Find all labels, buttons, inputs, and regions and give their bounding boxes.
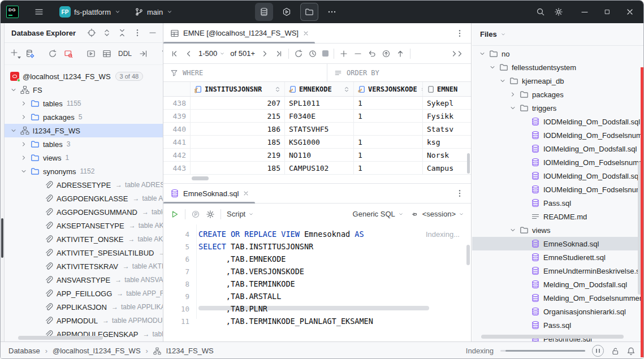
files-sql-file[interactable]: Organisasjonshierarki.sql	[472, 305, 644, 318]
row-number[interactable]: 442	[163, 149, 191, 161]
cell[interactable]: Campus	[423, 162, 471, 174]
first-page-icon[interactable]	[170, 49, 179, 58]
files-sql-file[interactable]: Melding_Om_Dodsfall.sql	[472, 278, 644, 291]
chevron-down-icon[interactable]	[508, 103, 517, 113]
chevron-right-icon[interactable]	[19, 113, 28, 122]
db-tree-synonym[interactable]: APPMODUL→table APPMODUL	[5, 314, 163, 327]
code-line[interactable]: 4CREATE OR REPLACE VIEW Emnesoknad AS	[163, 228, 471, 240]
cell[interactable]: 185	[191, 162, 285, 174]
expand-all-icon[interactable]	[102, 28, 111, 37]
cell[interactable]: Sykepl	[423, 97, 471, 109]
files-folder[interactable]: fellesstudentsystem	[472, 60, 644, 74]
add-row-icon[interactable]	[339, 49, 348, 58]
files-folder[interactable]: no	[472, 47, 644, 60]
db-tree-folder[interactable]: tables1155	[5, 97, 163, 110]
cell[interactable]: 1	[354, 136, 423, 148]
previous-page-icon[interactable]	[184, 49, 193, 58]
sort-icon[interactable]	[274, 86, 281, 93]
db-tree-synonym[interactable]: APPLIKASJON→table APPLIKASJO	[5, 300, 163, 314]
db-tree-folder-synonyms[interactable]: synonyms1152	[5, 165, 163, 178]
tab-emne-table[interactable]: EMNE [@localhost_l1234_FS_WS]	[163, 23, 315, 43]
cell[interactable]: ksg	[423, 136, 471, 148]
code-line[interactable]: 10 ,TAB.PLNR	[163, 302, 471, 315]
files-sql-file[interactable]: IOUMelding_Om_Dodsfall.sql	[472, 169, 644, 183]
script-mode-dropdown[interactable]: Script	[227, 210, 254, 218]
row-number[interactable]: 439	[163, 110, 191, 122]
cell[interactable]: STATSVHF5	[285, 123, 354, 135]
row-number[interactable]: 441	[163, 136, 191, 148]
export-icon[interactable]	[139, 49, 148, 58]
chevron-down-icon[interactable]	[478, 49, 487, 58]
files-sql-file-selected[interactable]: EmneSoknad.sql	[472, 237, 644, 250]
chevron-right-icon[interactable]	[19, 153, 28, 162]
db-tree-datasource[interactable]: @localhost_l1234_FS_WS 3 of 48	[5, 70, 163, 83]
column-header-versjonskode[interactable]: VERSJONSKODE	[354, 82, 423, 96]
new-datasource-button[interactable]	[10, 48, 19, 59]
files-horizontal-scrollbar-thumb[interactable]	[481, 335, 624, 339]
breadcrumb-schema[interactable]: l1234_FS_WS	[166, 347, 214, 355]
close-tab-icon[interactable]	[302, 30, 309, 37]
cell[interactable]: 1	[354, 97, 423, 109]
refresh-icon[interactable]	[48, 49, 57, 58]
tab-options-icon[interactable]	[455, 29, 471, 38]
horizontal-scrollbar-thumb[interactable]	[18, 336, 103, 340]
notifications-bell-icon[interactable]	[626, 347, 636, 356]
cell[interactable]: 1	[354, 149, 423, 161]
order-by-field[interactable]: ORDER BY	[327, 64, 471, 81]
breadcrumb-database[interactable]: Database	[8, 347, 40, 355]
project-widget[interactable]: FP fs-plattform	[55, 3, 126, 21]
hide-panel-icon[interactable]	[148, 28, 157, 37]
submit-icon[interactable]	[382, 49, 391, 58]
code-line[interactable]: 11 ,TAB.TERMINKODE_PLANLAGT_EKSAMEN	[163, 315, 471, 327]
toolbar-overflow-icon[interactable]	[449, 49, 464, 58]
db-tree-schema-selected[interactable]: l1234_FS_WS	[5, 124, 163, 137]
cell[interactable]: Norsk	[423, 149, 471, 161]
chevron-down-icon[interactable]	[498, 76, 507, 85]
page-range-dropdown[interactable]: 1-500	[198, 49, 225, 58]
disconnect-icon[interactable]	[64, 49, 73, 58]
cell[interactable]: SPL1011	[285, 97, 354, 109]
db-tree-folder[interactable]: packages5	[5, 110, 163, 124]
grid-vertical-scrollbar-thumb[interactable]	[467, 153, 470, 174]
chevron-down-icon[interactable]	[9, 126, 18, 135]
column-header-emne[interactable]: EMNEN	[423, 82, 471, 96]
search-everywhere-button[interactable]	[531, 3, 550, 21]
db-tree-folder[interactable]: tables3	[5, 137, 163, 151]
cell[interactable]: 215	[191, 110, 285, 122]
chevron-down-icon[interactable]	[9, 85, 18, 94]
files-folder-views[interactable]: views	[472, 223, 644, 237]
query-console-icon[interactable]	[87, 49, 96, 58]
close-button[interactable]	[619, 1, 641, 23]
files-sql-file[interactable]: EmneUndterminBeskrivelse.s	[472, 264, 644, 278]
files-sql-file[interactable]: IOIMelding_Om_Fodselsnumm	[472, 155, 644, 169]
main-menu-button[interactable]	[30, 3, 48, 21]
files-sql-file[interactable]: EmneStudierett.sql	[472, 250, 644, 264]
pause-indexing-button[interactable]	[592, 345, 604, 357]
chevron-right-icon[interactable]	[19, 140, 28, 149]
grid-horizontal-scrollbar-thumb[interactable]	[192, 176, 209, 180]
run-script-icon[interactable]	[170, 210, 179, 219]
row-number[interactable]: 440	[163, 123, 191, 135]
chevron-right-icon[interactable]	[508, 90, 517, 99]
editor-settings-icon[interactable]	[206, 210, 215, 219]
row-number[interactable]: 443	[163, 162, 191, 174]
files-sql-file[interactable]: Melding_Om_Fodselsnummer	[472, 291, 644, 305]
files-sql-file[interactable]: Pass.sql	[472, 318, 644, 332]
files-folder[interactable]: triggers	[472, 101, 644, 115]
database-tool-button[interactable]	[255, 3, 273, 21]
breadcrumb-datasource[interactable]: @localhost_l1234_FS_WS	[53, 347, 141, 355]
cell[interactable]: Fysikk	[423, 110, 471, 122]
cell[interactable]: 186	[191, 123, 285, 135]
column-header-emnekode[interactable]: EMNEKODE	[285, 82, 354, 96]
reload-data-icon[interactable]	[294, 49, 303, 58]
branch-widget[interactable]: main	[130, 3, 178, 21]
delete-row-icon[interactable]	[353, 49, 362, 58]
cell[interactable]: F0340E	[285, 110, 354, 122]
files-sql-file[interactable]: IODMelding_Om_Fodselsnum	[472, 128, 644, 142]
code-line[interactable]: 7 ,TAB.VERSJONSKODE	[163, 265, 471, 278]
files-sql-file[interactable]: IODMelding_Om_Dodsfall.sql	[472, 115, 644, 128]
db-tree-synonym[interactable]: AGGPOENGKLASSE→table AGGP	[5, 192, 163, 205]
parameters-icon[interactable]	[191, 210, 200, 219]
db-tree-synonym[interactable]: AKSEPTANSETYPE→table AKSEP	[5, 219, 163, 232]
files-readme-file[interactable]: README.md	[472, 210, 644, 223]
